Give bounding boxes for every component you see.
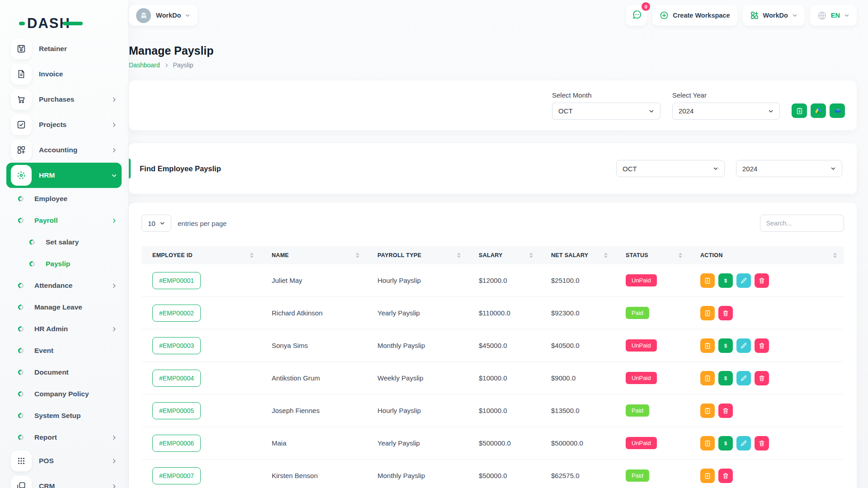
- payslip-button[interactable]: $: [700, 469, 715, 483]
- sidebar-item-hrm[interactable]: HRM: [6, 163, 122, 188]
- employee-id-pill[interactable]: #EMP00001: [152, 272, 201, 289]
- net-salary-cell: $40500.0: [540, 342, 615, 349]
- clipboard-dollar-icon: $: [704, 375, 711, 382]
- delete-button[interactable]: [718, 306, 733, 320]
- column-header-action[interactable]: ACTION: [689, 252, 844, 258]
- edit-button[interactable]: [736, 338, 751, 353]
- column-label: NET SALARY: [551, 252, 588, 258]
- sidebar-item-employee[interactable]: Employee: [6, 188, 122, 210]
- edit-button[interactable]: [736, 371, 751, 385]
- column-header-employee-id[interactable]: EMPLOYEE ID: [142, 252, 261, 258]
- sidebar-item-label: Company Policy: [34, 390, 89, 398]
- sidebar-item-retainer[interactable]: Retainer: [6, 36, 122, 61]
- find-employee-payslip-card: Find Employee Payslip OCT 2024: [129, 143, 857, 194]
- year-select[interactable]: 2024: [672, 103, 780, 120]
- ring-icon: [17, 217, 24, 224]
- language-selector[interactable]: EN: [810, 5, 857, 26]
- google-drive-export-button[interactable]: [811, 103, 826, 118]
- column-header-name[interactable]: NAME: [261, 252, 367, 258]
- payroll-type-cell: Hourly Payslip: [367, 277, 468, 284]
- employee-id-pill[interactable]: #EMP00005: [152, 402, 201, 419]
- column-label: SALARY: [479, 252, 503, 258]
- pay-button[interactable]: $: [718, 273, 733, 288]
- delete-button[interactable]: [755, 338, 769, 353]
- sidebar-item-report[interactable]: Report: [6, 427, 122, 448]
- employee-id-pill[interactable]: #EMP00003: [152, 337, 201, 354]
- sidebar-item-label: Payroll: [34, 216, 58, 225]
- edit-button[interactable]: [736, 273, 751, 288]
- delete-button[interactable]: [718, 404, 733, 418]
- delete-button[interactable]: [755, 436, 769, 450]
- sidebar-item-purchases[interactable]: Purchases: [6, 87, 122, 112]
- column-header-status[interactable]: STATUS: [615, 252, 689, 258]
- sidebar-item-event[interactable]: Event: [6, 340, 122, 361]
- sidebar-item-pos[interactable]: POS: [6, 448, 122, 474]
- sidebar-item-set-salary[interactable]: Set salary: [6, 231, 122, 253]
- pay-button[interactable]: $: [718, 371, 733, 385]
- search-input[interactable]: [760, 215, 844, 232]
- employee-id-cell: #EMP00005: [142, 402, 261, 419]
- find-month-select[interactable]: OCT: [616, 160, 725, 177]
- chevron-down-icon: [185, 13, 190, 18]
- net-salary-cell: $92300.0: [540, 309, 615, 317]
- sort-icon: [833, 253, 837, 258]
- sidebar-item-accounting[interactable]: Accounting: [6, 137, 122, 163]
- onedrive-icon: [834, 107, 841, 115]
- messenger-button[interactable]: 0: [626, 5, 647, 26]
- find-year-select[interactable]: 2024: [736, 160, 842, 177]
- sidebar-item-projects[interactable]: Projects: [6, 112, 122, 137]
- brand-logo[interactable]: DASH: [0, 0, 128, 35]
- payslip-button[interactable]: $: [700, 404, 715, 418]
- drive-icon: [815, 107, 822, 115]
- column-header-net-salary[interactable]: NET SALARY: [540, 252, 615, 258]
- sidebar-item-manage-leave[interactable]: Manage Leave: [6, 296, 122, 318]
- sidebar-item-document[interactable]: Document: [6, 361, 122, 383]
- delete-button[interactable]: [755, 273, 769, 288]
- sidebar-item-invoice[interactable]: Invoice: [6, 61, 122, 87]
- bulk-payment-button[interactable]: $: [792, 103, 807, 118]
- payslip-button[interactable]: $: [700, 371, 715, 385]
- employee-id-pill[interactable]: #EMP00004: [152, 370, 201, 387]
- sidebar-item-system-setup[interactable]: System Setup: [6, 405, 122, 427]
- delete-button[interactable]: [718, 469, 733, 483]
- payslip-button[interactable]: $: [700, 338, 715, 353]
- column-label: STATUS: [626, 252, 648, 258]
- delete-button[interactable]: [755, 371, 769, 385]
- grid-plus-icon: [11, 140, 32, 160]
- column-header-salary[interactable]: SALARY: [468, 252, 540, 258]
- year-label: Select Year: [672, 91, 780, 99]
- entries-per-page-select[interactable]: 10: [142, 215, 171, 232]
- app-switcher-button[interactable]: WorkDo: [743, 5, 805, 26]
- create-workspace-button[interactable]: Create Workspace: [652, 5, 737, 26]
- pay-button[interactable]: $: [718, 436, 733, 450]
- accent-bar: [129, 159, 131, 178]
- sidebar-item-hr-admin[interactable]: HR Admin: [6, 318, 122, 340]
- column-header-payroll-type[interactable]: PAYROLL TYPE: [367, 252, 468, 258]
- action-cell: $: [689, 306, 844, 320]
- pay-button[interactable]: $: [718, 338, 733, 353]
- sidebar-item-attendance[interactable]: Attendance: [6, 275, 122, 296]
- ring-icon: [17, 304, 24, 311]
- ring-icon: [17, 369, 24, 376]
- trash-icon: [722, 472, 729, 479]
- breadcrumb-dashboard-link[interactable]: Dashboard: [129, 61, 160, 69]
- edit-button[interactable]: [736, 436, 751, 450]
- sidebar-item-crm[interactable]: CRM: [6, 474, 122, 488]
- chevron-right-icon: [111, 435, 117, 441]
- payslip-button[interactable]: $: [700, 436, 715, 450]
- payslip-button[interactable]: $: [700, 273, 715, 288]
- payslip-button[interactable]: $: [700, 306, 715, 320]
- employee-id-pill[interactable]: #EMP00006: [152, 435, 201, 452]
- sidebar-item-company-policy[interactable]: Company Policy: [6, 383, 122, 405]
- clipboard-dollar-icon: $: [704, 440, 711, 447]
- employee-name-cell: Kirsten Benson: [261, 472, 367, 479]
- sidebar-item-payroll[interactable]: Payroll: [6, 210, 122, 231]
- onedrive-export-button[interactable]: [830, 103, 845, 118]
- pencil-icon: [740, 277, 747, 284]
- sidebar-item-payslip[interactable]: Payslip: [6, 253, 122, 275]
- month-select[interactable]: OCT: [552, 103, 660, 120]
- status-cell: UnPaid: [615, 339, 689, 352]
- employee-id-pill[interactable]: #EMP00007: [152, 467, 201, 484]
- workspace-selector[interactable]: WorkDo: [129, 5, 198, 26]
- employee-id-pill[interactable]: #EMP00002: [152, 305, 201, 322]
